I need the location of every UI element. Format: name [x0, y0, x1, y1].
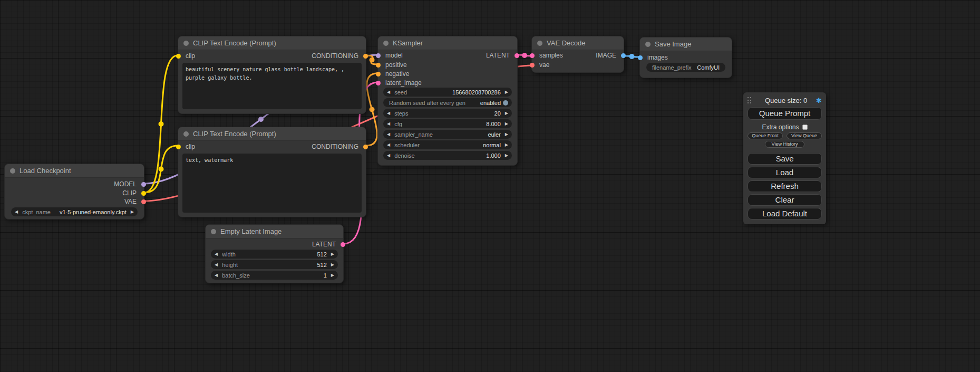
- model-input-dot[interactable]: [376, 53, 381, 58]
- widget-increment-icon[interactable]: ▶: [131, 207, 134, 216]
- node-title: Empty Latent Image: [220, 227, 282, 235]
- extra-options-checkbox[interactable]: [802, 125, 808, 130]
- image-output-dot[interactable]: [621, 53, 626, 58]
- widget-value: euler: [488, 131, 500, 138]
- slot-label: vae: [539, 61, 549, 69]
- node-titlebar[interactable]: CLIP Text Encode (Prompt): [178, 127, 366, 141]
- node-ksampler[interactable]: KSampler model LATENT positive negative …: [377, 36, 518, 166]
- widget-decrement-icon[interactable]: ◀: [387, 130, 390, 139]
- node-titlebar[interactable]: Empty Latent Image: [206, 225, 343, 239]
- widget-increment-icon[interactable]: ▶: [505, 140, 508, 149]
- cfg-widget[interactable]: ◀ cfg 8.000 ▶: [383, 119, 512, 128]
- widget-decrement-icon[interactable]: ◀: [387, 119, 390, 128]
- latent-output-dot[interactable]: [341, 242, 345, 247]
- node-load-checkpoint[interactable]: Load Checkpoint MODEL CLIP VAE ◀ ckpt_na…: [4, 164, 144, 220]
- save-button[interactable]: Save: [748, 153, 822, 165]
- negative-input-dot[interactable]: [376, 72, 381, 77]
- output-slot-image: IMAGE: [596, 52, 616, 59]
- vae-input-dot[interactable]: [530, 63, 535, 68]
- height-widget[interactable]: ◀ height 512 ▶: [211, 260, 338, 269]
- ckpt-name-widget[interactable]: ◀ ckpt_name v1-5-pruned-emaonly.ckpt ▶: [11, 207, 138, 216]
- widget-decrement-icon[interactable]: ◀: [387, 109, 390, 118]
- clip-input-dot[interactable]: [176, 54, 181, 59]
- vae-output-dot[interactable]: [141, 199, 146, 204]
- node-graph-canvas[interactable]: Load Checkpoint MODEL CLIP VAE ◀ ckpt_na…: [0, 0, 980, 372]
- seed-widget[interactable]: ◀ seed 156680208700286 ▶: [383, 88, 512, 97]
- widget-increment-icon[interactable]: ▶: [505, 119, 508, 128]
- positive-cond-link-midpoint-dot: [370, 58, 375, 63]
- node-save-image[interactable]: Save Image images filename_prefix ComfyU…: [639, 37, 732, 78]
- widget-increment-icon[interactable]: ▶: [331, 271, 334, 280]
- random-seed-toggle-widget[interactable]: Random seed after every gen enabled: [383, 98, 512, 107]
- widget-decrement-icon[interactable]: ◀: [215, 271, 218, 280]
- latent-output-dot[interactable]: [515, 53, 519, 58]
- drag-handle-icon[interactable]: [748, 97, 752, 104]
- node-vae-decode[interactable]: VAE Decode samples IMAGE vae: [531, 36, 624, 73]
- widget-value: 512: [317, 251, 326, 257]
- widget-increment-icon[interactable]: ▶: [331, 250, 334, 259]
- widget-increment-icon[interactable]: ▶: [331, 260, 334, 269]
- widget-value: v1-5-pruned-emaonly.ckpt: [60, 209, 127, 215]
- node-titlebar[interactable]: VAE Decode: [532, 36, 624, 50]
- view-queue-button[interactable]: View Queue: [787, 132, 822, 139]
- node-titlebar[interactable]: Save Image: [640, 37, 732, 51]
- widget-increment-icon[interactable]: ▶: [505, 130, 508, 139]
- output-slot-model: MODEL: [114, 180, 137, 188]
- images-input-dot[interactable]: [638, 55, 643, 60]
- node-title: Load Checkpoint: [20, 167, 71, 175]
- widget-decrement-icon[interactable]: ◀: [215, 250, 218, 259]
- node-title: CLIP Text Encode (Prompt): [193, 130, 276, 138]
- node-clip-text-encode-negative[interactable]: CLIP Text Encode (Prompt) clip CONDITION…: [178, 127, 366, 217]
- widget-decrement-icon[interactable]: ◀: [387, 140, 390, 149]
- steps-widget[interactable]: ◀ steps 20 ▶: [383, 109, 512, 118]
- settings-gear-icon[interactable]: ✱: [816, 97, 822, 104]
- denoise-widget[interactable]: ◀ denoise 1.000 ▶: [383, 151, 512, 160]
- widget-value: normal: [483, 142, 501, 148]
- width-widget[interactable]: ◀ width 512 ▶: [211, 250, 338, 259]
- widget-decrement-icon[interactable]: ◀: [387, 151, 390, 160]
- node-titlebar[interactable]: Load Checkpoint: [5, 164, 144, 178]
- widget-decrement-icon[interactable]: ◀: [15, 207, 18, 216]
- widget-decrement-icon[interactable]: ◀: [387, 88, 390, 97]
- input-slot-negative: negative: [385, 70, 409, 78]
- widget-decrement-icon[interactable]: ◀: [215, 260, 218, 269]
- clear-button[interactable]: Clear: [748, 194, 822, 206]
- node-status-dot: [211, 229, 216, 234]
- widget-label: steps: [394, 110, 408, 117]
- refresh-button[interactable]: Refresh: [748, 180, 822, 192]
- scheduler-widget[interactable]: ◀ scheduler normal ▶: [383, 140, 512, 149]
- conditioning-output-dot[interactable]: [363, 145, 368, 149]
- clip-input-dot[interactable]: [176, 145, 181, 149]
- positive-prompt-textarea[interactable]: beautiful scenery nature glass bottle la…: [182, 63, 362, 109]
- widget-label: filename_prefix: [652, 64, 692, 71]
- clip-output-dot[interactable]: [141, 191, 146, 196]
- widget-value: 20: [494, 110, 501, 117]
- widget-increment-icon[interactable]: ▶: [505, 88, 508, 97]
- node-empty-latent-image[interactable]: Empty Latent Image LATENT ◀ width 512 ▶ …: [205, 224, 344, 283]
- widget-value: enabled: [480, 100, 501, 106]
- node-titlebar[interactable]: KSampler: [378, 36, 517, 50]
- widget-increment-icon[interactable]: ▶: [505, 109, 508, 118]
- latent-image-input-dot[interactable]: [376, 81, 381, 85]
- negative-prompt-textarea[interactable]: text, watermark: [182, 154, 362, 213]
- filename-prefix-widget[interactable]: filename_prefix ComfyUI: [646, 63, 725, 72]
- node-clip-text-encode-positive[interactable]: CLIP Text Encode (Prompt) clip CONDITION…: [178, 36, 366, 114]
- toggle-dot[interactable]: [503, 100, 508, 106]
- samples-input-dot[interactable]: [530, 53, 535, 58]
- batch-size-widget[interactable]: ◀ batch_size 1 ▶: [211, 271, 338, 280]
- model-output-dot[interactable]: [141, 182, 146, 187]
- load-default-button[interactable]: Load Default: [748, 208, 822, 220]
- output-slot-conditioning: CONDITIONING: [312, 52, 358, 60]
- node-titlebar[interactable]: CLIP Text Encode (Prompt): [178, 36, 366, 50]
- samples-link-midpoint-dot: [522, 53, 527, 58]
- slot-label: clip: [186, 52, 195, 60]
- positive-input-dot[interactable]: [376, 63, 381, 68]
- queue-front-button[interactable]: Queue Front: [748, 132, 783, 139]
- load-button[interactable]: Load: [748, 167, 822, 178]
- view-history-button[interactable]: View History: [765, 141, 804, 148]
- queue-prompt-button[interactable]: Queue Prompt: [748, 107, 822, 120]
- widget-increment-icon[interactable]: ▶: [505, 151, 508, 160]
- sampler-name-widget[interactable]: ◀ sampler_name euler ▶: [383, 130, 512, 139]
- conditioning-output-dot[interactable]: [363, 54, 368, 59]
- slot-label: IMAGE: [596, 52, 616, 59]
